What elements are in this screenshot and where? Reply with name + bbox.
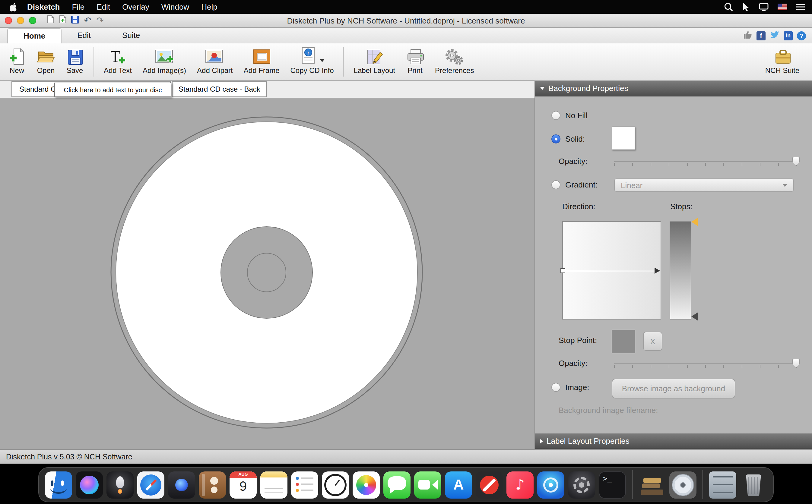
menu-item-overlay[interactable]: Overlay [122,2,149,11]
copy-cd-info-dropdown-icon[interactable] [320,59,325,62]
no-fill-option[interactable]: No Fill [551,111,588,120]
nch-suite-button[interactable]: NCH Suite [760,43,805,80]
tab-home[interactable]: Home [7,28,62,43]
open-button[interactable]: Open [31,43,60,80]
window-title: Disketch Plus by NCH Software - Untitled… [287,16,525,25]
music-dock-icon[interactable]: ♪ [507,471,534,498]
print-label: Print [408,66,422,75]
keyboard-layout-flag-icon[interactable] [778,4,787,10]
close-window-button[interactable] [5,17,12,24]
slider-track [614,363,797,364]
print-button[interactable]: Print [400,43,430,80]
doc-tab-cd-case-back[interactable]: Standard CD case - Back [172,81,267,97]
solid-opacity-slider[interactable] [614,157,797,166]
copy-cd-info-button[interactable]: i Copy CD Info [285,43,339,80]
direction-label: Direction: [562,202,596,211]
gradient-option[interactable]: Gradient: [551,180,598,189]
facebook-icon[interactable]: f [757,31,766,40]
menu-item-window[interactable]: Window [161,2,189,11]
notes-dock-icon[interactable] [260,471,287,498]
redo-icon[interactable]: ↷ [96,16,104,25]
add-clipart-button[interactable]: Add Clipart [191,43,238,80]
menu-list-icon[interactable] [796,4,805,10]
spotlight-search-icon[interactable] [724,2,733,11]
direction-start-handle[interactable] [561,268,565,273]
disketch-app-window: Disketch File Edit Overlay Window Help [0,0,812,504]
label-design-canvas[interactable] [0,98,535,449]
solid-radio[interactable] [551,134,561,143]
browse-image-button[interactable]: Browse image as background [612,379,735,398]
tab-edit[interactable]: Edit [62,28,106,43]
photo-booth-dock-icon[interactable] [168,471,195,498]
help-icon[interactable]: ? [797,31,806,40]
menu-item-file[interactable]: File [72,2,84,11]
siri-dock-icon[interactable] [76,471,103,498]
gradient-radio[interactable] [551,180,561,189]
display-status-icon[interactable] [759,3,769,11]
save-button[interactable]: Save [60,43,89,80]
solid-opacity-label: Opacity: [559,157,587,166]
background-properties-header[interactable]: Background Properties [535,81,812,96]
solid-option[interactable]: Solid: [551,134,585,143]
books-stack-dock-icon[interactable] [639,471,666,498]
launchpad-dock-icon[interactable] [106,471,134,498]
app-store-dock-icon[interactable]: A [445,471,472,498]
apple-menu-icon[interactable] [10,2,17,11]
gradient-stop-marker-bottom[interactable] [691,312,698,321]
menu-app-name[interactable]: Disketch [27,2,60,11]
clock-dock-icon[interactable] [322,471,349,498]
facetime-dock-icon[interactable] [414,471,441,498]
twitter-icon[interactable] [770,30,779,41]
open-label: Open [37,66,55,75]
solid-color-swatch[interactable] [612,127,635,150]
gradient-stop-marker-top[interactable] [691,218,698,226]
cursor-status-icon[interactable] [742,2,750,11]
podcasts-dock-icon[interactable] [537,471,564,498]
system-utility-dock-icon[interactable] [568,471,595,498]
new-button[interactable]: New [2,43,31,80]
image-option[interactable]: Image: [551,383,589,392]
quick-save-icon[interactable] [71,15,79,26]
label-layout-properties-header[interactable]: Label Layout Properties [535,433,812,449]
undo-icon[interactable]: ↶ [84,16,91,25]
add-frame-icon [252,46,270,66]
photos-dock-icon[interactable] [352,471,380,498]
label-layout-button[interactable]: Label Layout [348,43,400,80]
cd-disc-preview[interactable] [0,98,535,449]
linkedin-icon[interactable]: in [784,31,793,40]
finder-dock-icon[interactable] [45,471,72,498]
tab-suite[interactable]: Suite [106,28,156,43]
gradient-direction-widget[interactable] [562,221,661,320]
minimize-window-button[interactable] [17,17,24,24]
contacts-dock-icon[interactable] [199,471,226,498]
trash-dock-icon[interactable] [740,471,767,498]
add-images-button[interactable]: Add Image(s) [137,43,191,80]
stop-point-color-swatch[interactable] [612,330,635,353]
messages-dock-icon[interactable] [383,471,411,498]
no-fill-radio[interactable] [551,111,561,120]
gradient-stops-bar[interactable] [670,221,691,320]
reminders-dock-icon[interactable] [291,471,318,498]
stop-opacity-slider[interactable] [614,359,797,368]
delete-stop-button[interactable]: X [643,332,662,351]
quick-open-icon[interactable] [59,15,66,26]
menu-item-help[interactable]: Help [201,2,217,11]
terminal-dock-icon[interactable]: >_ [599,471,626,498]
gradient-type-dropdown[interactable]: Linear [614,178,794,192]
menu-item-edit[interactable]: Edit [96,2,110,11]
calendar-dock-icon[interactable]: AUG 9 [229,471,257,498]
preferences-button[interactable]: Preferences [430,43,479,80]
disketch-dock-icon[interactable] [669,471,697,498]
safari-dock-icon[interactable] [137,471,164,498]
add-text-button[interactable]: T Add Text [98,43,137,80]
quick-new-icon[interactable] [47,15,54,26]
do-not-disturb-dock-icon[interactable] [476,471,503,498]
toolbar-separator [343,47,344,77]
background-image-filename-label: Background image filename: [559,406,658,415]
properties-panel: Background Properties No Fill Solid: Opa… [535,81,812,449]
file-cabinet-dock-icon[interactable] [709,471,736,498]
zoom-window-button[interactable] [29,17,36,24]
image-radio[interactable] [551,383,561,392]
add-frame-button[interactable]: Add Frame [238,43,285,80]
like-icon[interactable] [743,30,752,41]
